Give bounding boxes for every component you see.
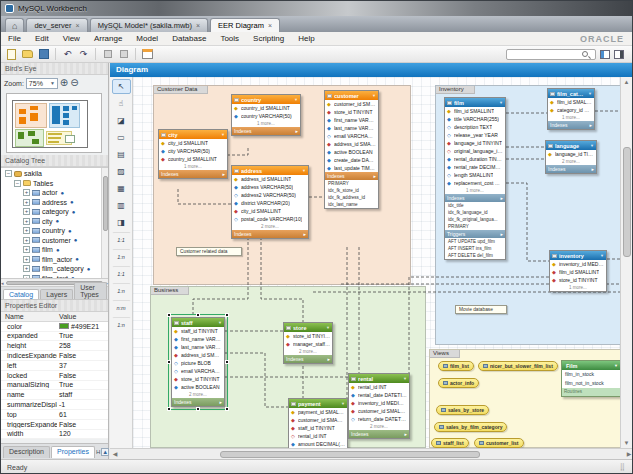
column-row[interactable]: ◆language_id TINYINT (445, 139, 505, 147)
column-row[interactable]: ◆country VARCHAR(50) (232, 112, 300, 120)
column-row[interactable]: ◇description TEXT (445, 123, 505, 131)
menu-item-view[interactable]: View (56, 34, 87, 43)
selection-handle[interactable] (167, 313, 171, 317)
select-tool[interactable]: ↖ (112, 79, 131, 94)
property-row-triggersExpanded[interactable]: triggersExpandedFalse (1, 420, 108, 430)
rel-1-n-nonidentifying-tool[interactable]: 1:n (112, 249, 131, 264)
property-row-summarizeDisplay[interactable]: summarizeDisplay-1 (1, 400, 108, 410)
column-row[interactable]: ◆last_name VARCHAR(45) (325, 124, 378, 132)
column-row[interactable]: ◆staff_id TINYINT (289, 424, 347, 432)
diagram-panel-header[interactable]: Diagram (110, 63, 633, 77)
routine-group-film[interactable]: Film▼film_in_stockfilm_not_in_stockRouti… (561, 360, 621, 397)
rel-1-1-nonidentifying-tool[interactable]: 1:1 (112, 232, 131, 247)
section-indexes[interactable]: Indexes▸ (232, 127, 300, 135)
menu-item-database[interactable]: Database (165, 34, 213, 43)
selection-handle[interactable] (167, 407, 171, 411)
rel-1-n-identifying-tool[interactable]: 1:n (112, 283, 131, 298)
section-item[interactable]: idx_fk_store_id (325, 187, 378, 194)
column-row[interactable]: ◆inventory_id MEDIUMINT (349, 399, 409, 407)
property-row-left[interactable]: left37 (1, 361, 108, 371)
tree-item-category[interactable]: +category● (3, 207, 108, 217)
zoom-out-icon[interactable]: ⊖ (70, 78, 78, 88)
property-row-color[interactable]: color#499E21 (1, 322, 108, 332)
column-row[interactable]: ◆replacement_cost DEC... (445, 179, 505, 187)
more-columns-label[interactable]: 1 more... (548, 114, 594, 121)
property-row-locked[interactable]: lockedFalse (1, 371, 108, 381)
catalog-tree-panel-header[interactable]: Catalog Tree (1, 155, 108, 167)
column-row[interactable]: ◆customer_id SMALLINT (349, 407, 409, 415)
table-customer[interactable]: customer▼◆customer_id SMALLINT◆store_id … (324, 90, 379, 209)
table-header[interactable]: city▼ (159, 130, 227, 139)
column-row[interactable]: ◆city_id SMALLINT (232, 207, 308, 215)
layer-tool[interactable]: ▭ (112, 130, 131, 145)
expand-icon[interactable]: ▼ (499, 100, 503, 105)
column-row[interactable]: ◇postal_code VARCHAR(10) (232, 215, 308, 223)
section-item[interactable]: idx_last_name (325, 201, 378, 208)
menu-item-edit[interactable]: Edit (28, 34, 56, 43)
menu-item-help[interactable]: Help (291, 34, 321, 43)
expand-icon[interactable]: ▼ (218, 320, 222, 325)
expand-icon[interactable]: ▼ (294, 97, 298, 102)
property-row-name[interactable]: namestaff (1, 390, 108, 400)
column-row[interactable]: ◆customer_id SMALLINT (325, 100, 378, 108)
column-row[interactable]: ◆create_date DATETIME (325, 156, 378, 164)
column-row[interactable]: ◆active BOOLEAN (172, 383, 224, 391)
section-indexes[interactable]: Indexes▸ (548, 121, 594, 129)
canvas-hscrollbar[interactable]: ◀ ▶ (110, 448, 633, 459)
selection-handle[interactable] (225, 360, 229, 364)
note-tool[interactable]: ▤ (112, 147, 131, 162)
section-item[interactable]: PRIMARY (445, 223, 505, 230)
tree-expander-icon[interactable]: + (23, 275, 30, 279)
expand-icon[interactable]: ▼ (326, 325, 330, 330)
routine-item[interactable]: film_not_in_stock (562, 379, 620, 388)
tree-expander-icon[interactable]: + (23, 265, 30, 272)
tree-expander-icon[interactable]: + (23, 237, 30, 244)
scroll-down-icon[interactable]: ▼ (621, 438, 632, 448)
bottom-tab-properties[interactable]: Properties (51, 446, 95, 458)
column-row[interactable]: ◇picture BLOB (172, 359, 224, 367)
tree-expander-icon[interactable]: + (23, 227, 30, 234)
toggle-left-sidebar-icon[interactable] (600, 50, 610, 59)
menu-item-tools[interactable]: Tools (213, 34, 246, 43)
tree-item-city[interactable]: +city● (3, 217, 108, 227)
tree-item-film_text[interactable]: +film_text● (3, 274, 108, 280)
tree-item-address[interactable]: +address● (3, 198, 108, 208)
column-row[interactable]: ◆rental_id INT (349, 383, 409, 391)
expand-icon[interactable]: ▼ (372, 93, 376, 98)
tree-item-country[interactable]: +country● (3, 226, 108, 236)
column-row[interactable]: ◆district VARCHAR(20) (232, 199, 308, 207)
column-row[interactable]: ◆manager_staff_id TINY... (284, 340, 332, 348)
canvas-vscrollbar[interactable]: ▲ ▼ (620, 77, 632, 448)
tree-expander-icon[interactable]: − (5, 170, 12, 177)
column-row[interactable]: ◇address2 VARCHAR(50) (232, 191, 308, 199)
column-row[interactable]: ◆active BOOLEAN (325, 148, 378, 156)
menu-item-file[interactable]: File (1, 34, 28, 43)
table-header[interactable]: inventory▼ (550, 251, 606, 260)
table-header[interactable]: customer▼ (325, 91, 378, 100)
column-row[interactable]: ◆store_id TINYINT (172, 375, 224, 383)
column-row[interactable]: ◆city VARCHAR(50) (159, 147, 227, 155)
section-indexes[interactable]: Indexes▸ (325, 172, 378, 180)
table-header[interactable]: language▼ (546, 141, 596, 150)
expand-icon[interactable]: ▼ (221, 132, 225, 137)
tree-item-actor[interactable]: +actor● (3, 188, 108, 198)
hscroll-thumb[interactable] (220, 451, 480, 458)
tree-item-sakila[interactable]: −sakila (3, 169, 108, 179)
column-row[interactable]: ◆city_id SMALLINT (159, 139, 227, 147)
column-row[interactable]: ◆country_id SMALLINT (232, 104, 300, 112)
column-row[interactable]: ◆film_id SMALLINT (548, 98, 594, 106)
column-row[interactable]: ◆rental_rate DECIMAL(4,2) (445, 163, 505, 171)
column-row[interactable]: ◆first_name VARCHAR(45) (325, 116, 378, 124)
menu-item-scripting[interactable]: Scripting (246, 34, 291, 43)
search-input[interactable] (507, 50, 581, 59)
property-row-height[interactable]: height258 (1, 341, 108, 351)
view-sales_by_store[interactable]: sales_by_store (436, 405, 489, 415)
section-item[interactable]: AFT INSERT ins_film (445, 245, 505, 252)
bottom-tab-description[interactable]: Description (3, 446, 50, 458)
tree-expander-icon[interactable]: + (23, 256, 30, 263)
more-columns-label[interactable]: 2 more... (546, 158, 596, 165)
table-header[interactable]: payment▼ (289, 399, 347, 408)
catalog-tree-vscrollbar[interactable] (101, 168, 108, 278)
tree-expander-icon[interactable]: + (23, 199, 30, 206)
expand-icon[interactable]: ▼ (341, 401, 345, 406)
